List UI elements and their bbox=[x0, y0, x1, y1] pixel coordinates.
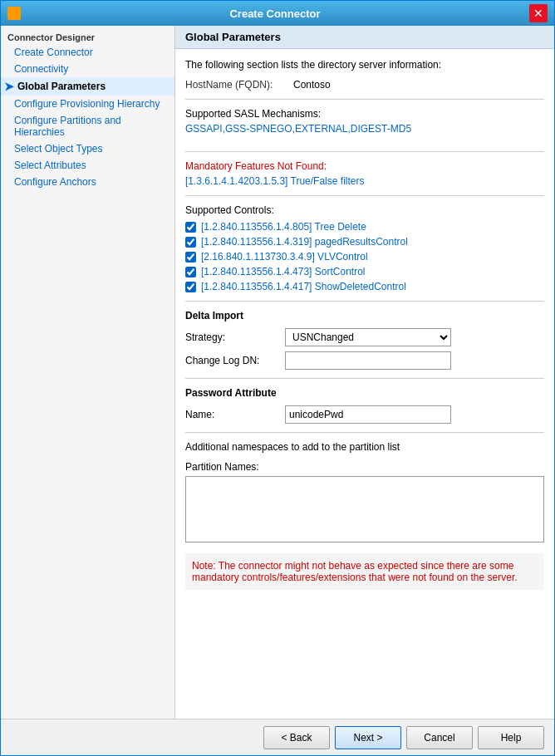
change-log-row: Change Log DN: bbox=[185, 351, 544, 370]
password-section: Password Attribute Name: bbox=[185, 387, 544, 424]
name-row: Name: bbox=[185, 405, 544, 424]
control-row-4: [1.2.840.113556.1.4.473] SortControl bbox=[185, 266, 544, 277]
note-box: Note: The connector might not behave as … bbox=[185, 553, 544, 590]
partition-names-label: Partition Names: bbox=[185, 461, 544, 473]
control-label-3: [2.16.840.1.113730.3.4.9] VLVControl bbox=[201, 251, 368, 263]
divider-3 bbox=[185, 195, 544, 196]
mandatory-label: Mandatory Features Not Found: bbox=[185, 160, 544, 172]
sidebar-item-configure-provisioning[interactable]: Configure Provisioning Hierarchy bbox=[1, 96, 174, 112]
control-row-2: [1.2.840.113556.1.4.319] pagedResultsCon… bbox=[185, 236, 544, 248]
control-row-5: [1.2.840.113556.1.4.417] ShowDeletedCont… bbox=[185, 281, 544, 292]
delta-import-header: Delta Import bbox=[185, 310, 544, 322]
cancel-button[interactable]: Cancel bbox=[406, 726, 473, 749]
divider-6 bbox=[185, 432, 544, 433]
note-text: Note: The connector might not behave as … bbox=[192, 560, 518, 583]
control-checkbox-5[interactable] bbox=[185, 282, 196, 292]
name-input[interactable] bbox=[285, 405, 451, 424]
window-title: Create Connector bbox=[21, 7, 529, 20]
divider-4 bbox=[185, 301, 544, 302]
sidebar-item-configure-partitions[interactable]: Configure Partitions and Hierarchies bbox=[1, 112, 174, 140]
name-label: Name: bbox=[185, 409, 285, 420]
mandatory-value: [1.3.6.1.4.1.4203.1.5.3] True/False filt… bbox=[185, 175, 544, 187]
close-button[interactable]: ✕ bbox=[529, 4, 548, 22]
change-log-label: Change Log DN: bbox=[185, 355, 285, 366]
sidebar-item-select-object-types[interactable]: Select Object Types bbox=[1, 140, 174, 157]
control-checkbox-3[interactable] bbox=[185, 252, 196, 263]
control-checkbox-4[interactable] bbox=[185, 267, 196, 277]
main-content: Global Parameters The following section … bbox=[175, 26, 554, 719]
namespace-section: Additional namespaces to add to the part… bbox=[185, 441, 544, 545]
hostname-value: Contoso bbox=[293, 79, 331, 91]
sidebar: Connector Designer Create Connector Conn… bbox=[1, 26, 175, 719]
sidebar-item-connectivity[interactable]: Connectivity bbox=[1, 61, 174, 77]
sidebar-section-label: Connector Designer bbox=[1, 29, 174, 44]
footer: < Back Next > Cancel Help bbox=[1, 719, 554, 755]
sidebar-item-configure-anchors[interactable]: Configure Anchors bbox=[1, 174, 174, 190]
sidebar-item-configure-provisioning-label: Configure Provisioning Hierarchy bbox=[14, 98, 160, 110]
app-icon bbox=[7, 7, 21, 20]
sasl-row: Supported SASL Mechanisms: GSSAPI,GSS-SP… bbox=[185, 108, 544, 143]
control-label-5: [1.2.840.113556.1.4.417] ShowDeletedCont… bbox=[201, 281, 406, 292]
sidebar-item-select-object-types-label: Select Object Types bbox=[14, 143, 103, 155]
control-row-3: [2.16.840.1.113730.3.4.9] VLVControl bbox=[185, 251, 544, 263]
strategy-label: Strategy: bbox=[185, 331, 285, 343]
active-arrow-icon: ➤ bbox=[4, 80, 14, 93]
title-bar: Create Connector ✕ bbox=[1, 1, 554, 26]
sasl-label: Supported SASL Mechanisms: bbox=[185, 108, 411, 120]
password-attribute-header: Password Attribute bbox=[185, 387, 544, 399]
control-row-1: [1.2.840.113556.1.4.805] Tree Delete bbox=[185, 221, 544, 233]
divider-1 bbox=[185, 99, 544, 100]
sidebar-item-global-parameters[interactable]: ➤ Global Parameters bbox=[1, 77, 174, 96]
sasl-value: GSSAPI,GSS-SPNEGO,EXTERNAL,DIGEST-MD5 bbox=[185, 123, 411, 135]
back-button[interactable]: < Back bbox=[263, 726, 330, 749]
sidebar-item-create-connector-label: Create Connector bbox=[14, 47, 93, 58]
sidebar-item-select-attributes[interactable]: Select Attributes bbox=[1, 157, 174, 174]
sidebar-item-create-connector[interactable]: Create Connector bbox=[1, 44, 174, 61]
main-scroll: The following section lists the director… bbox=[175, 49, 554, 719]
control-label-1: [1.2.840.113556.1.4.805] Tree Delete bbox=[201, 221, 366, 233]
partition-names-textarea[interactable] bbox=[185, 476, 544, 542]
strategy-row: Strategy: USNChanged DirSync TimeStamp bbox=[185, 328, 544, 346]
change-log-input[interactable] bbox=[285, 351, 451, 370]
main-window: Create Connector ✕ Connector Designer Cr… bbox=[0, 0, 555, 756]
hostname-label: HostName (FQDN): bbox=[185, 79, 293, 91]
hostname-row: HostName (FQDN): Contoso bbox=[185, 79, 544, 91]
next-button[interactable]: Next > bbox=[335, 726, 401, 749]
strategy-select[interactable]: USNChanged DirSync TimeStamp bbox=[285, 328, 451, 346]
divider-5 bbox=[185, 378, 544, 379]
help-button[interactable]: Help bbox=[478, 726, 544, 749]
sidebar-item-select-attributes-label: Select Attributes bbox=[14, 160, 86, 171]
control-label-4: [1.2.840.113556.1.4.473] SortControl bbox=[201, 266, 365, 277]
control-checkbox-1[interactable] bbox=[185, 222, 196, 233]
supported-controls-label: Supported Controls: bbox=[185, 204, 544, 216]
sidebar-item-connectivity-label: Connectivity bbox=[14, 63, 68, 75]
sidebar-item-configure-partitions-label: Configure Partitions and Hierarchies bbox=[14, 115, 121, 138]
divider-2 bbox=[185, 151, 544, 152]
additional-ns-label: Additional namespaces to add to the part… bbox=[185, 441, 544, 453]
main-header: Global Parameters bbox=[175, 26, 554, 49]
sidebar-item-configure-anchors-label: Configure Anchors bbox=[14, 176, 96, 188]
control-checkbox-2[interactable] bbox=[185, 237, 196, 248]
intro-text: The following section lists the director… bbox=[185, 59, 544, 71]
control-label-2: [1.2.840.113556.1.4.319] pagedResultsCon… bbox=[201, 236, 408, 248]
content-area: Connector Designer Create Connector Conn… bbox=[1, 26, 554, 719]
sidebar-item-global-parameters-label: Global Parameters bbox=[17, 81, 106, 92]
